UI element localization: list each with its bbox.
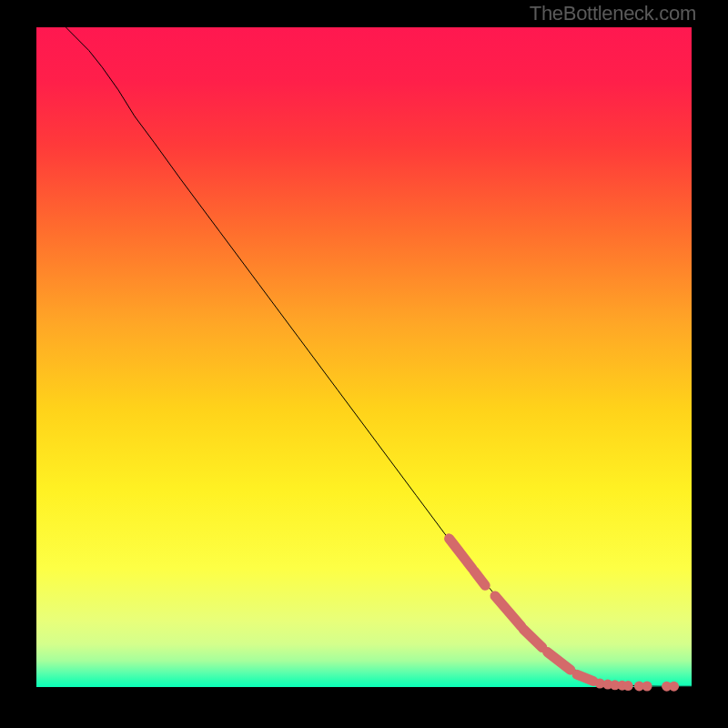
marker-segment: [450, 539, 472, 569]
marker-segment: [474, 571, 485, 585]
attribution-text: TheBottleneck.com: [530, 2, 696, 25]
marker-segment: [523, 629, 542, 647]
marker-dot: [623, 681, 633, 691]
chart-plot-area: [36, 27, 692, 687]
chart-markers-layer: [36, 27, 692, 687]
marker-dot: [642, 681, 652, 691]
marker-segment: [495, 596, 521, 626]
marker-dot: [669, 682, 679, 692]
marker-segment: [548, 652, 571, 671]
marker-segment: [577, 674, 593, 681]
